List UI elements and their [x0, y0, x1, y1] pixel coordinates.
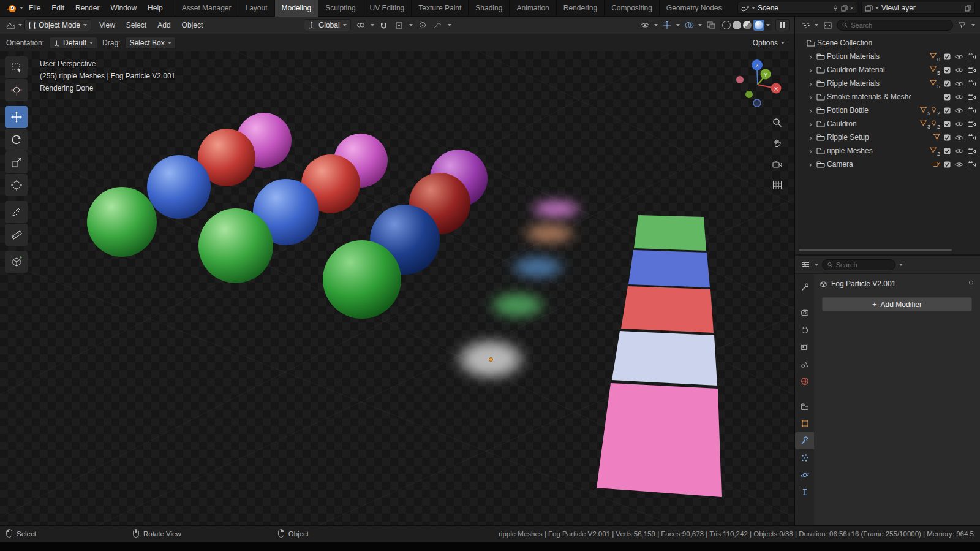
- disable-render-camera-icon[interactable]: [968, 148, 976, 154]
- hide-viewport-eye-icon[interactable]: [955, 81, 963, 86]
- hide-viewport-eye-icon[interactable]: [955, 162, 963, 167]
- shading-rendered-active[interactable]: [753, 20, 764, 31]
- overlays-toggle-icon[interactable]: [684, 20, 695, 31]
- smoke-puff-blue[interactable]: [497, 249, 578, 285]
- magnet-snap-icon[interactable]: [379, 20, 390, 31]
- workspace-tab-layout[interactable]: Layout: [238, 0, 274, 17]
- pause-render-button[interactable]: [775, 19, 790, 31]
- gizmos-toggle-icon[interactable]: [662, 20, 673, 31]
- hide-viewport-eye-icon[interactable]: [955, 67, 963, 73]
- menu-edit[interactable]: Edit: [46, 0, 70, 17]
- exclude-checkbox[interactable]: [944, 121, 951, 127]
- disable-render-camera-icon[interactable]: [968, 94, 976, 100]
- properties-editor-icon[interactable]: [800, 259, 811, 270]
- disclosure-icon[interactable]: ›: [807, 147, 814, 155]
- viewlayer-selector[interactable]: ViewLayer: [861, 2, 975, 14]
- workspace-tab-animation[interactable]: Animation: [509, 0, 556, 17]
- tool-annotate[interactable]: [5, 201, 28, 223]
- exclude-checkbox[interactable]: [944, 148, 951, 154]
- sphere-green-b[interactable]: [198, 208, 273, 283]
- proportional-editing-icon[interactable]: [417, 20, 428, 31]
- options-dropdown[interactable]: Options: [753, 39, 788, 47]
- tool-add-primitive[interactable]: [5, 251, 28, 273]
- workspace-tab-shading[interactable]: Shading: [468, 0, 509, 17]
- properties-tab-render[interactable]: [795, 304, 814, 321]
- exclude-checkbox[interactable]: [944, 80, 951, 87]
- scene-selector[interactable]: Scene ×: [737, 2, 858, 14]
- shading-material-icon[interactable]: [743, 21, 752, 29]
- pin-icon[interactable]: [832, 5, 839, 12]
- properties-tab-output[interactable]: [795, 321, 814, 338]
- exclude-checkbox[interactable]: [944, 94, 951, 101]
- disable-render-camera-icon[interactable]: [968, 80, 976, 86]
- disclosure-icon[interactable]: ›: [807, 93, 814, 101]
- exclude-checkbox[interactable]: [944, 161, 951, 168]
- properties-tab-object[interactable]: [795, 415, 814, 432]
- viewport-3d[interactable]: User Perspective (255) ripple Meshes | F…: [0, 51, 794, 525]
- workspace-tab-uv-editing[interactable]: UV Editing: [363, 0, 412, 17]
- tool-move[interactable]: [5, 106, 28, 128]
- sphere-green-c[interactable]: [323, 240, 401, 319]
- mode-dropdown[interactable]: Object Mode: [24, 19, 91, 31]
- add-modifier-button[interactable]: + Add Modifier: [822, 297, 972, 311]
- properties-tab-world[interactable]: [795, 373, 814, 390]
- viewport-menu-select[interactable]: Select: [121, 17, 152, 34]
- exclude-checkbox[interactable]: [944, 53, 951, 60]
- menu-file[interactable]: File: [23, 0, 46, 17]
- hide-viewport-eye-icon[interactable]: [955, 54, 963, 59]
- disable-render-camera-icon[interactable]: [968, 107, 976, 113]
- workspace-tab-compositing[interactable]: Compositing: [604, 0, 659, 17]
- blender-logo-icon[interactable]: [5, 2, 18, 13]
- camera-view-icon[interactable]: [770, 157, 785, 172]
- disable-render-camera-icon[interactable]: [968, 161, 976, 167]
- tool-rotate[interactable]: [5, 129, 28, 151]
- properties-tab-constraints[interactable]: [795, 484, 814, 501]
- tool-scale[interactable]: [5, 151, 28, 173]
- outliner-editor-icon[interactable]: [800, 20, 811, 31]
- disclosure-icon[interactable]: ›: [807, 66, 814, 74]
- disclosure-icon[interactable]: ›: [807, 80, 814, 88]
- tool-select-box[interactable]: [5, 56, 28, 78]
- sphere-green-a[interactable]: [87, 187, 157, 257]
- sphere-blue-a[interactable]: [147, 155, 211, 219]
- exclude-checkbox[interactable]: [944, 107, 951, 114]
- workspace-tab-geometry-nodes[interactable]: Geometry Nodes: [659, 0, 723, 17]
- snap-target-icon[interactable]: [394, 20, 405, 31]
- exclude-checkbox[interactable]: [944, 134, 951, 141]
- outliner-search-input[interactable]: [851, 21, 948, 29]
- pin-toggle-icon[interactable]: [968, 280, 974, 287]
- disable-render-camera-icon[interactable]: [968, 67, 976, 73]
- shading-wireframe-icon[interactable]: [722, 21, 731, 29]
- disable-render-camera-icon[interactable]: [968, 121, 976, 127]
- viewport-menu-view[interactable]: View: [94, 17, 121, 34]
- delete-scene-icon[interactable]: ×: [850, 4, 854, 12]
- hide-viewport-eye-icon[interactable]: [955, 121, 963, 127]
- properties-tab-tool[interactable]: [795, 279, 814, 296]
- tool-measure[interactable]: [5, 224, 28, 246]
- workspace-tab-texture-paint[interactable]: Texture Paint: [411, 0, 468, 17]
- outliner-row-ripple-setup[interactable]: ›Ripple Setup: [795, 131, 980, 144]
- pan-hand-icon[interactable]: [770, 136, 785, 151]
- transform-orientation-dropdown[interactable]: Global: [304, 19, 351, 31]
- outliner-horizontal-scrollbar[interactable]: [799, 249, 952, 251]
- new-scene-copy-icon[interactable]: [841, 5, 848, 12]
- properties-tab-scene[interactable]: [795, 355, 814, 373]
- workspace-tab-rendering[interactable]: Rendering: [556, 0, 604, 17]
- menu-help[interactable]: Help: [142, 0, 168, 17]
- outliner-row-ripple-materials[interactable]: ›Ripple Materials5: [795, 77, 980, 90]
- disclosure-icon[interactable]: ›: [807, 120, 814, 128]
- disclosure-icon[interactable]: ›: [807, 53, 814, 61]
- outliner-row-cauldron-material[interactable]: ›Cauldron Material5: [795, 63, 980, 77]
- viewport-menu-object[interactable]: Object: [176, 17, 209, 34]
- zoom-icon[interactable]: [770, 115, 785, 130]
- smoke-puff-tan[interactable]: [510, 217, 589, 250]
- outliner-row-potion-bottle[interactable]: ›Potion Bottle52: [795, 104, 980, 117]
- menu-window[interactable]: Window: [105, 0, 142, 17]
- disable-render-camera-icon[interactable]: [968, 53, 976, 59]
- viewport-menu-add[interactable]: Add: [152, 17, 176, 34]
- drag-setting-dropdown[interactable]: Select Box: [125, 37, 175, 49]
- properties-tab-view-layer[interactable]: [795, 338, 814, 355]
- properties-search-input[interactable]: [836, 261, 890, 268]
- shading-solid-icon[interactable]: [733, 21, 741, 29]
- hide-viewport-eye-icon[interactable]: [955, 148, 963, 154]
